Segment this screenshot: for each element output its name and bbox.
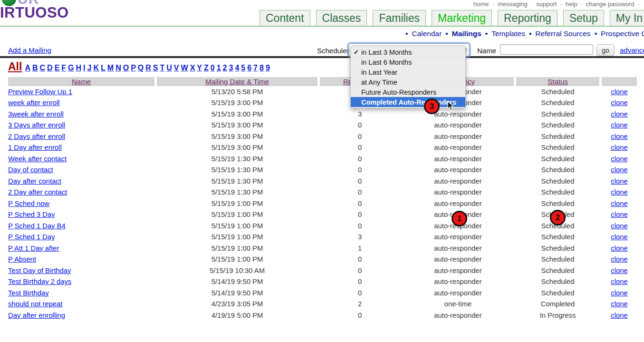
alphabet-letter-link[interactable]: O (123, 64, 129, 72)
dropdown-option[interactable]: ✓ at Any Time (351, 77, 465, 87)
clone-link[interactable]: clone (611, 88, 627, 96)
utility-nav-link[interactable]: messaging (498, 0, 528, 8)
alphabet-letter-link[interactable]: 7 (253, 64, 258, 72)
mailing-name-link[interactable]: P Sched 1 Day B4 (8, 222, 66, 230)
alphabet-letter-link[interactable]: 6 (247, 64, 251, 72)
mailing-name-link[interactable]: P Sched 1 Day (8, 233, 55, 241)
mailing-name-link[interactable]: P Sched now (8, 200, 49, 207)
clone-link[interactable]: clone (611, 300, 627, 308)
alphabet-letter-link[interactable]: F (61, 64, 66, 72)
tab[interactable]: Marketing (432, 10, 492, 27)
alphabet-letter-link[interactable]: 4 (235, 64, 239, 72)
clone-link[interactable]: clone (611, 155, 627, 163)
alphabet-letter-link[interactable]: S (153, 64, 158, 72)
tab[interactable]: Reporting (498, 10, 557, 27)
alphabet-letter-link[interactable]: H (76, 64, 82, 72)
tab[interactable]: My In (610, 10, 644, 27)
tab[interactable]: Families (373, 10, 426, 27)
mailing-name-link[interactable]: Test Birthday (8, 289, 49, 297)
alphabet-letter-link[interactable]: J (87, 64, 92, 72)
dropdown-option[interactable]: ✓ in Last 3 Months (351, 47, 465, 57)
clone-link[interactable]: clone (611, 289, 627, 297)
alphabet-letter-link[interactable]: T (160, 64, 165, 72)
alphabet-letter-link[interactable]: V (174, 64, 179, 72)
mailing-name-link[interactable]: Week after contact (8, 155, 67, 163)
alphabet-letter-link[interactable]: 0 (211, 64, 215, 72)
alphabet-letter-link[interactable]: Y (197, 64, 202, 72)
alphabet-letter-link[interactable]: L (101, 64, 106, 72)
add-mailing-link[interactable]: Add a Mailing (8, 46, 51, 54)
alphabet-letter-link[interactable]: E (55, 64, 60, 72)
tab[interactable]: Setup (563, 10, 604, 27)
mailing-name-link[interactable]: Test Day of Birthday (8, 267, 71, 274)
clone-link[interactable]: clone (611, 211, 627, 218)
mailing-name-link[interactable]: Day after enrolling (8, 312, 65, 319)
alphabet-letter-link[interactable]: C (40, 64, 46, 72)
alphabet-letter-link[interactable]: A (25, 64, 30, 72)
dropdown-option[interactable]: ✓ in Last Year (351, 67, 465, 77)
mailing-name-link[interactable]: week after enroll (8, 99, 60, 107)
alphabet-letter-link[interactable]: U (166, 64, 172, 72)
clone-link[interactable]: clone (611, 110, 627, 118)
alphabet-letter-link[interactable]: M (107, 64, 114, 72)
mailing-name-link[interactable]: 3week after enroll (8, 110, 64, 118)
alphabet-letter-link[interactable]: D (47, 64, 53, 72)
alphabet-letter-link[interactable]: N (115, 64, 121, 72)
alphabet-letter-link[interactable]: P (131, 64, 136, 72)
mailing-name-link[interactable]: 2 Day after contact (8, 188, 67, 196)
mailing-name-link[interactable]: should not repeat (8, 300, 62, 308)
alphabet-letter-link[interactable]: Q (138, 64, 144, 72)
advanced-search-link[interactable]: advance (620, 46, 644, 54)
mailing-name-link[interactable]: 2 Days after enroll (8, 133, 65, 140)
alphabet-letter-link[interactable]: 1 (217, 64, 221, 72)
alphabet-letter-link[interactable]: 8 (260, 64, 264, 72)
alphabet-letter-link[interactable]: X (190, 64, 195, 72)
alphabet-letter-link[interactable]: R (145, 64, 151, 72)
utility-nav-link[interactable]: change password (586, 0, 634, 8)
dropdown-option[interactable]: ✓ Future Auto-Responders (351, 87, 465, 97)
clone-link[interactable]: clone (611, 233, 627, 241)
utility-nav-link[interactable]: support (536, 0, 557, 8)
clone-link[interactable]: clone (611, 222, 627, 230)
tab[interactable]: Classes (316, 10, 367, 27)
alphabet-letter-link[interactable]: W (181, 64, 188, 72)
clone-link[interactable]: clone (611, 200, 627, 207)
alphabet-letter-link[interactable]: 9 (266, 64, 270, 72)
alphabet-letter-link[interactable]: I (83, 64, 85, 72)
subnav-link[interactable]: Templates (491, 29, 525, 38)
clone-link[interactable]: clone (611, 177, 627, 185)
clone-link[interactable]: clone (611, 133, 627, 140)
subnav-link[interactable]: Mailings (452, 29, 481, 38)
utility-nav-link[interactable]: home (473, 0, 489, 8)
clone-link[interactable]: clone (611, 278, 627, 285)
dropdown-option[interactable]: ✓ in Last 6 Months (351, 57, 465, 67)
alphabet-letter-link[interactable]: Z (204, 64, 209, 72)
tab[interactable]: Content (260, 10, 310, 27)
subnav-link[interactable]: Referral Sources (535, 29, 590, 38)
mailing-name-link[interactable]: 1 Day after enroll (8, 144, 62, 151)
go-button[interactable]: go (596, 44, 615, 56)
mailing-name-link[interactable]: Day after contact (8, 177, 61, 185)
clone-link[interactable]: clone (611, 255, 627, 263)
name-input[interactable] (500, 44, 593, 55)
clone-link[interactable]: clone (611, 166, 627, 174)
mailing-name-link[interactable]: 3 Days after enroll (8, 121, 65, 129)
clone-link[interactable]: clone (611, 99, 627, 107)
clone-link[interactable]: clone (611, 244, 627, 252)
utility-nav-link[interactable]: help (566, 0, 577, 8)
clone-link[interactable]: clone (611, 312, 627, 319)
alphabet-letter-link[interactable]: 3 (229, 64, 233, 72)
clone-link[interactable]: clone (611, 267, 627, 274)
mailing-name-link[interactable]: Day of contact (8, 166, 53, 174)
alphabet-letter-link[interactable]: 5 (241, 64, 245, 72)
alphabet-letter-link[interactable]: B (32, 64, 38, 72)
clone-link[interactable]: clone (611, 121, 627, 129)
mailing-name-link[interactable]: Preview Follow Up 1 (8, 88, 72, 96)
subnav-link[interactable]: Calendar (412, 29, 442, 38)
mailing-name-link[interactable]: P Sched 3 Day (8, 211, 55, 218)
alphabet-letter-link[interactable]: G (68, 64, 74, 72)
mailing-name-link[interactable]: P Absent (8, 255, 36, 263)
alphabet-letter-link[interactable]: K (93, 64, 99, 72)
alphabet-letter-link[interactable]: 2 (223, 64, 227, 72)
alphabet-all-link[interactable]: All (8, 60, 22, 73)
